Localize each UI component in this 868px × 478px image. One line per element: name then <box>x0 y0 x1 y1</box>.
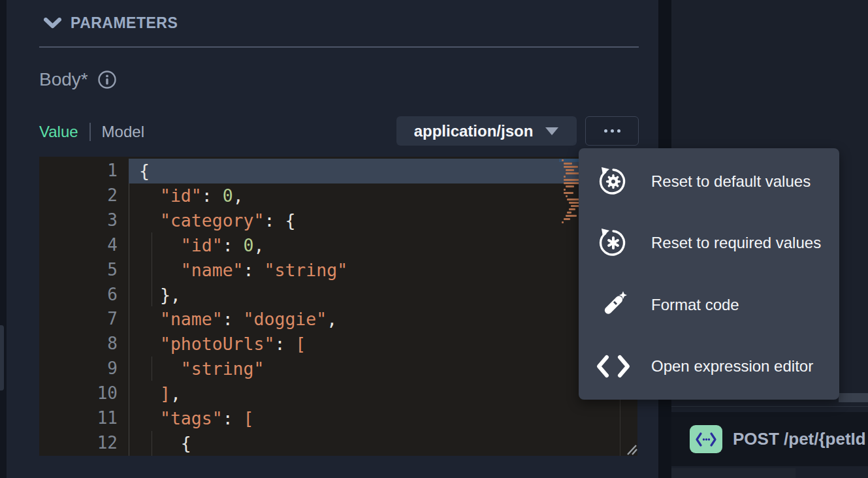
endpoint-label: POST /pet/{petId <box>733 429 866 449</box>
post-method-badge <box>690 425 722 453</box>
line-numbers: 123456789101112 <box>39 159 118 456</box>
body-label: Body* <box>39 69 88 90</box>
tab-value[interactable]: Value <box>39 123 78 141</box>
content-type-dropdown[interactable]: application/json <box>396 116 577 146</box>
indent-guide <box>152 357 152 381</box>
sidebar-row-fragment <box>671 468 796 478</box>
menu-item-reset-default[interactable]: Reset to default values <box>579 151 839 212</box>
editor-options-menu: Reset to default values Reset to require… <box>579 148 839 400</box>
format-code-icon <box>595 287 632 323</box>
info-icon[interactable] <box>97 70 117 89</box>
body-view-tabs: Value Model <box>39 123 144 141</box>
gutter-border <box>129 183 129 456</box>
indent-guide <box>152 431 152 456</box>
menu-item-expression-editor[interactable]: Open expression editor <box>579 336 839 397</box>
api-operation-icon <box>695 431 717 448</box>
left-scrollbar-thumb[interactable] <box>0 325 4 390</box>
parameters-panel: PARAMETERS Body* Value Model application… <box>7 0 658 478</box>
menu-item-label: Reset to required values <box>651 234 821 252</box>
code-lines[interactable]: { "id": 0, "category": { "id": 0, "name"… <box>139 159 347 456</box>
sidebar-divider <box>671 406 868 407</box>
endpoint-list-item[interactable]: POST /pet/{petId <box>671 412 868 466</box>
sidebar-scroll-fragment <box>839 393 868 402</box>
menu-item-reset-required[interactable]: Reset to required values <box>579 212 839 274</box>
expression-editor-icon <box>595 348 632 385</box>
menu-item-label: Reset to default values <box>651 172 811 191</box>
section-title: PARAMETERS <box>71 14 178 32</box>
menu-item-label: Format code <box>651 296 739 314</box>
parameters-header[interactable]: PARAMETERS <box>44 14 178 32</box>
more-options-button[interactable] <box>585 116 639 146</box>
resize-handle-icon[interactable] <box>624 443 637 456</box>
reset-default-icon <box>595 163 632 200</box>
caret-down-icon <box>545 127 559 136</box>
ellipsis-icon <box>604 129 607 133</box>
indent-guide <box>152 232 152 306</box>
content-type-value: application/json <box>414 122 534 140</box>
json-body-editor[interactable]: 123456789101112 { "id": 0, "category": {… <box>39 157 637 456</box>
tab-model[interactable]: Model <box>102 123 144 141</box>
tab-separator <box>89 123 91 141</box>
section-divider <box>39 46 639 48</box>
minimap-border <box>620 400 620 456</box>
menu-item-format-code[interactable]: Format code <box>579 274 839 336</box>
menu-item-label: Open expression editor <box>651 357 813 375</box>
chevron-down-icon <box>44 18 61 29</box>
left-scrollbar-track <box>0 0 7 478</box>
reset-required-icon <box>595 225 632 261</box>
tryit-panel: PARAMETERS Body* Value Model application… <box>0 0 868 478</box>
